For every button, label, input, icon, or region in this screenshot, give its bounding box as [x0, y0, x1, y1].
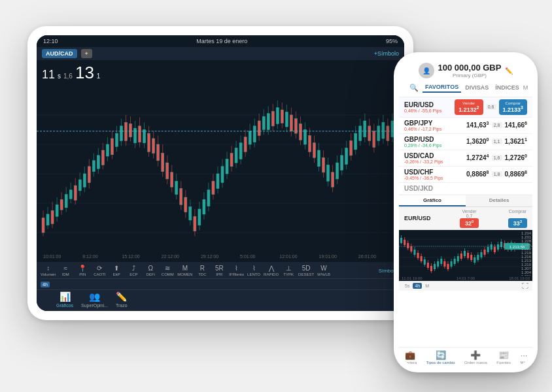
mini-time-3: 18.01 19:00: [509, 276, 530, 280]
account-amount: 100 000,00 GBP: [438, 63, 502, 73]
exp-tab-detalles[interactable]: Detalles: [466, 195, 532, 206]
ipr-indicator[interactable]: 5RIPR: [212, 265, 226, 276]
svg-text:15:12:00: 15:12:00: [122, 253, 139, 259]
gbpjpy-row[interactable]: GBP/JPY 0,46% / -17,2 Pips 141,633 2,8 1…: [399, 118, 532, 134]
typk-indicator[interactable]: ⊥TYPK: [281, 265, 296, 276]
gbpusd-row[interactable]: GBP/USD 0,28% / -34,6 Pips 1,36200 1,1 1…: [399, 134, 532, 150]
ecp-indicator[interactable]: ⤴ECP: [126, 265, 141, 276]
mini-time-1: 11.01 19:00: [402, 276, 423, 280]
lento-indicator[interactable]: ⌇LENTO: [247, 265, 261, 276]
tab-more[interactable]: M: [523, 84, 528, 91]
nav-cartera[interactable]: 💼 Cartera: [404, 350, 417, 365]
volume-indicator[interactable]: ↕Volumen: [41, 265, 56, 276]
add-symbol-button[interactable]: +Símbolo: [374, 50, 399, 57]
price-pip: 13: [75, 63, 94, 83]
defi-indicator[interactable]: ΩDEFi: [143, 265, 158, 276]
usdcad-row[interactable]: USD/CAD -0,26% / -33,2 Pips 1,27244 1,6 …: [399, 150, 532, 167]
gbpusd-spread: 1,1: [492, 139, 502, 144]
eurusd-sell-button[interactable]: Vender 1.21322: [455, 99, 483, 115]
eurusd-buy-button[interactable]: Comprar 1.21333: [499, 99, 527, 115]
usdchf-row[interactable]: USD/CHF -0,45% / -36,5 Pips 0,88688 1,8 …: [399, 167, 532, 183]
expanded-sell-area: Vender 0,7 320: [460, 209, 479, 228]
orden-icon: ➕: [470, 350, 481, 360]
wlb-indicator[interactable]: WW%/LB: [317, 265, 331, 276]
nav-mas[interactable]: ··· Más: [520, 350, 527, 365]
nav-fuentes[interactable]: 📰 Fuentes: [496, 350, 511, 365]
gbpusd-sell-price: 1,36200: [466, 137, 489, 145]
gbpjpy-name: GBP/JPY: [404, 120, 464, 127]
mini-tf-5s[interactable]: 5s: [403, 283, 411, 289]
comm-indicator[interactable]: ≋COMM: [160, 265, 175, 276]
usdchf-buy-price: 0,88698: [505, 170, 528, 178]
phone-header: 👤 100 000,00 GBP Primary (GBP) ✏️ 🔍 FAVO…: [399, 59, 532, 97]
account-row: 👤 100 000,00 GBP Primary (GBP) ✏️: [405, 63, 526, 78]
usdchf-spread: 1,8: [492, 171, 502, 177]
ekp-indicator[interactable]: ⬆EkP: [109, 265, 124, 276]
expanded-sell-button[interactable]: 320: [460, 218, 479, 228]
gbpjpy-info: GBP/JPY 0,46% / -17,2 Pips: [404, 120, 464, 131]
usdcad-buy-sup: 0: [525, 154, 527, 158]
timeframe-4h[interactable]: 4h: [41, 282, 50, 287]
tab-divisas[interactable]: DIVISAS: [462, 83, 491, 92]
price-display: 11 s 1,6 13 1: [37, 60, 404, 86]
tab-indices[interactable]: ÍNDICES: [492, 83, 522, 92]
usdjkd-info: USD/JKD: [404, 185, 527, 192]
pair-badge-extra[interactable]: +: [81, 49, 92, 58]
nav-fuentes-label: Fuentes: [496, 361, 511, 365]
exp-tab-grafico[interactable]: Gráfico: [399, 195, 466, 206]
svg-text:10:01:00: 10:01:00: [43, 253, 61, 259]
usdcad-spread: 1,6: [492, 155, 502, 161]
tablet-screen: 12:10 Martes 19 de enero 95% AUD/CAD + +…: [37, 35, 404, 311]
search-icon[interactable]: 🔍: [409, 84, 419, 92]
expanded-buy-button[interactable]: 333: [508, 218, 527, 228]
account-info: 100 000,00 GBP Primary (GBP): [438, 63, 502, 78]
usdjkd-row[interactable]: USD/JKD: [399, 183, 532, 195]
pin-indicator[interactable]: 📍PIN: [75, 265, 90, 276]
nav-tipos-cambio-label: Tipos de cambio: [426, 361, 455, 365]
avatar: 👤: [419, 63, 434, 78]
eurusd-sell-sup: 2: [477, 105, 479, 110]
tab-graficos-label: Gráficos: [56, 303, 73, 308]
gbpusd-change: 0,28% / -34,6 Pips: [404, 143, 464, 148]
tab-favoritos[interactable]: FAVORITOS: [423, 82, 461, 93]
caoti-indicator[interactable]: ⟳CAOTI: [92, 265, 107, 276]
nav-orden-nueva[interactable]: ➕ Orden nueva: [464, 350, 487, 365]
mini-tf-m[interactable]: M: [423, 283, 431, 289]
opinion-icon: 👥: [89, 291, 100, 302]
momen-indicator[interactable]: MMOMEN: [177, 265, 192, 276]
chart-area[interactable]: 1,2190 1,2180 1,2170 1,2160 1,2150 10:01…: [37, 86, 404, 262]
svg-text:26:01:00: 26:01:00: [358, 253, 376, 259]
gbpjpy-buy-price: 141,666: [505, 121, 528, 129]
idm-indicator[interactable]: ≈IDM: [58, 265, 73, 276]
nav-tipos-cambio[interactable]: 🔄 Tipos de cambio: [426, 350, 455, 365]
expanded-eurusd-panel: Gráfico Detalles EUR/USD Vender 0,7 320 …: [399, 195, 532, 291]
tab-superopinion[interactable]: 👥 SuperOpini...: [81, 291, 108, 308]
nav-orden-nueva-label: Orden nueva: [464, 361, 487, 365]
usdcad-sell-sup: 4: [487, 154, 489, 158]
instrument-list: EUR/USD 0,46% / -55,6 Pips Vender 1.2132…: [399, 97, 532, 347]
phone-device: 👤 100 000,00 GBP Primary (GBP) ✏️ 🔍 FAVO…: [394, 52, 538, 372]
gbpusd-sell-sup: 0: [487, 137, 489, 142]
svg-text:5:01:00: 5:01:00: [240, 253, 255, 259]
tab-graficos[interactable]: 📊 Gráficos: [56, 291, 73, 308]
desest-indicator[interactable]: 5DDESEST: [298, 265, 314, 276]
price-sup-1: s: [58, 73, 61, 80]
svg-text:22:12:00: 22:12:00: [162, 253, 179, 259]
main-tabs: 📊 Gráficos 👥 SuperOpini... ✏️ Trazo: [37, 289, 404, 309]
eurusd-row[interactable]: EUR/USD 0,46% / -55,6 Pips Vender 1.2132…: [399, 97, 532, 118]
edit-account-icon[interactable]: ✏️: [505, 67, 513, 74]
ifrlento-indicator[interactable]: ⌇IFRlento: [229, 265, 244, 276]
pair-badge[interactable]: AUD/CAD: [42, 49, 77, 58]
usdchf-change: -0,45% / -36,5 Pips: [404, 176, 464, 180]
gbpusd-name: GBP/USD: [404, 136, 464, 143]
rapido-indicator[interactable]: ⋀RAPIDO: [264, 265, 279, 276]
expanded-buy-label: Comprar: [509, 209, 526, 214]
tab-trazo[interactable]: ✏️ Trazo: [116, 291, 128, 308]
phone-nav: 🔍 FAVORITOS DIVISAS ÍNDICES M: [405, 81, 526, 94]
tdc-indicator[interactable]: RTDC: [195, 265, 209, 276]
mini-tf-4h[interactable]: 4h: [413, 283, 422, 289]
chart-icon: 📊: [60, 291, 71, 302]
gbpusd-info: GBP/USD 0,28% / -34,6 Pips: [404, 136, 464, 148]
expand-icon[interactable]: ⛶: [522, 282, 528, 289]
eurusd-buy-sup: 3: [521, 105, 523, 110]
